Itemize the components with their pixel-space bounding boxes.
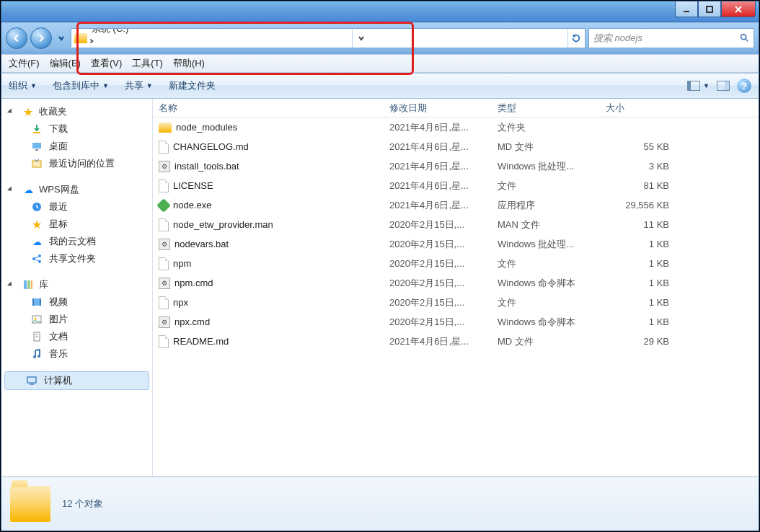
navigation-tree[interactable]: ★ 收藏夹 下载桌面最近访问的位置 ☁ WPS网盘 最近★星标☁我的云文档共享文…: [1, 99, 153, 476]
share-label: 共享: [125, 79, 143, 92]
pic-icon: [30, 313, 43, 326]
sidebar-item[interactable]: 最近: [1, 198, 152, 216]
address-dropdown[interactable]: [352, 29, 369, 48]
file-row[interactable]: LICENSE2021年4月6日,星...文件81 KB: [153, 176, 759, 195]
file-size: 3 KB: [606, 161, 678, 172]
forward-button[interactable]: [30, 27, 52, 49]
sidebar-item-label: 桌面: [49, 140, 68, 153]
svg-point-21: [35, 318, 37, 320]
sidebar-item[interactable]: ☁我的云文档: [1, 233, 152, 250]
sidebar-item[interactable]: 音乐: [1, 345, 152, 363]
folder-icon: [74, 32, 87, 45]
bat-icon: ⚙: [159, 239, 170, 250]
sidebar-group-libraries[interactable]: 库: [1, 276, 152, 293]
sidebar-item[interactable]: 图片: [1, 311, 152, 328]
sidebar-group-wps[interactable]: ☁ WPS网盘: [1, 181, 152, 198]
column-date[interactable]: 修改日期: [384, 99, 492, 118]
menu-bar: 文件(F) 编辑(E) 查看(V) 工具(T) 帮助(H): [1, 54, 759, 73]
file-icon: [159, 141, 169, 154]
file-row[interactable]: npx2020年2月15日,...文件1 KB: [153, 293, 759, 312]
sidebar-item[interactable]: 视频: [1, 293, 152, 311]
close-button[interactable]: [721, 1, 756, 17]
help-button[interactable]: ?: [737, 79, 751, 93]
column-headers[interactable]: 名称 修改日期 类型 大小: [153, 99, 759, 118]
window-titlebar[interactable]: [1, 1, 759, 22]
sidebar-item[interactable]: 文档: [1, 328, 152, 345]
preview-pane-button[interactable]: [717, 81, 730, 91]
column-type[interactable]: 类型: [492, 99, 600, 118]
file-row[interactable]: README.md2021年4月6日,星...MD 文件29 KB: [153, 332, 759, 351]
file-rows[interactable]: node_modules2021年4月6日,星...文件夹CHANGELOG.m…: [153, 118, 759, 476]
sidebar-group-favorites[interactable]: ★ 收藏夹: [1, 103, 152, 120]
new-folder-button[interactable]: 新建文件夹: [169, 79, 216, 92]
file-row[interactable]: ⚙nodevars.bat2020年2月15日,...Windows 批处理..…: [153, 234, 759, 254]
svg-line-5: [746, 38, 748, 41]
address-bar[interactable]: 计算机系统 (C:)Program Filesnodejs: [71, 28, 586, 48]
file-row[interactable]: node_etw_provider.man2020年2月15日,...MAN 文…: [153, 215, 759, 234]
libraries-icon: [22, 278, 35, 291]
svg-rect-15: [27, 280, 30, 289]
sidebar-item[interactable]: ★星标: [1, 216, 152, 233]
file-date: 2020年2月15日,...: [389, 257, 498, 270]
file-type: Windows 命令脚本: [498, 277, 606, 290]
file-size: 1 KB: [606, 316, 678, 327]
history-dropdown[interactable]: [55, 32, 68, 45]
svg-rect-14: [24, 280, 27, 289]
organize-button[interactable]: 组织 ▼: [9, 79, 37, 92]
include-in-library-button[interactable]: 包含到库中 ▼: [53, 79, 109, 92]
file-size: 55 KB: [606, 141, 678, 152]
file-icon: [159, 296, 169, 309]
file-size: 1 KB: [606, 297, 678, 308]
file-size: 11 KB: [606, 219, 678, 230]
menu-view[interactable]: 查看(V): [91, 57, 122, 70]
bat-icon: ⚙: [159, 278, 170, 289]
file-type: Windows 命令脚本: [498, 316, 606, 329]
file-row[interactable]: node.exe2021年4月6日,星...应用程序29,556 KB: [153, 195, 759, 215]
file-row[interactable]: ⚙npm.cmd2020年2月15日,...Windows 命令脚本1 KB: [153, 273, 759, 293]
svg-rect-16: [31, 280, 32, 289]
share-button[interactable]: 共享 ▼: [125, 79, 153, 92]
file-name: npx.cmd: [174, 316, 210, 327]
file-row[interactable]: node_modules2021年4月6日,星...文件夹: [153, 118, 759, 137]
menu-help[interactable]: 帮助(H): [173, 57, 205, 70]
sidebar-item-computer[interactable]: 计算机: [4, 371, 149, 390]
menu-file[interactable]: 文件(F): [9, 57, 40, 70]
clock-icon: [30, 200, 43, 213]
file-size: 81 KB: [606, 180, 678, 191]
maximize-button[interactable]: [698, 1, 721, 17]
sidebar-item-label: 文档: [49, 330, 68, 343]
menu-tools[interactable]: 工具(T): [132, 57, 163, 70]
chevron-down-icon: ▼: [102, 82, 109, 89]
view-mode-button[interactable]: ▼: [687, 81, 710, 91]
file-type: 文件: [498, 257, 606, 270]
favorites-label: 收藏夹: [39, 105, 67, 118]
column-name[interactable]: 名称: [153, 99, 384, 118]
file-type: 文件: [498, 179, 606, 192]
search-input[interactable]: 搜索 nodejs: [588, 28, 754, 48]
breadcrumb-item[interactable]: Program Files: [87, 46, 154, 49]
file-row[interactable]: ⚙npx.cmd2020年2月15日,...Windows 命令脚本1 KB: [153, 312, 759, 332]
column-size[interactable]: 大小: [600, 99, 672, 118]
back-button[interactable]: [6, 27, 27, 49]
minimize-button[interactable]: [675, 1, 698, 17]
file-row[interactable]: CHANGELOG.md2021年4月6日,星...MD 文件55 KB: [153, 137, 759, 156]
folder-icon: [159, 123, 172, 133]
sidebar-item[interactable]: 桌面: [1, 138, 152, 155]
sidebar-item[interactable]: 共享文件夹: [1, 250, 152, 267]
sidebar-item-label: 最近访问的位置: [49, 157, 115, 170]
file-row[interactable]: npm2020年2月15日,...文件1 KB: [153, 254, 759, 273]
file-date: 2021年4月6日,星...: [389, 199, 498, 212]
file-date: 2021年4月6日,星...: [389, 160, 498, 173]
refresh-button[interactable]: [567, 29, 585, 48]
file-row[interactable]: ⚙install_tools.bat2021年4月6日,星...Windows …: [153, 156, 759, 176]
menu-edit[interactable]: 编辑(E): [50, 57, 81, 70]
details-pane: 12 个对象: [1, 476, 759, 531]
file-type: 文件: [498, 296, 606, 309]
file-name: node_etw_provider.man: [173, 219, 273, 230]
file-size: 1 KB: [606, 278, 678, 288]
file-list-pane: 名称 修改日期 类型 大小 node_modules2021年4月6日,星...…: [153, 99, 759, 476]
breadcrumb-item[interactable]: 系统 (C:): [87, 28, 154, 35]
sidebar-item[interactable]: 最近访问的位置: [1, 155, 152, 172]
music-icon: [30, 347, 43, 360]
sidebar-item[interactable]: 下载: [1, 120, 152, 138]
